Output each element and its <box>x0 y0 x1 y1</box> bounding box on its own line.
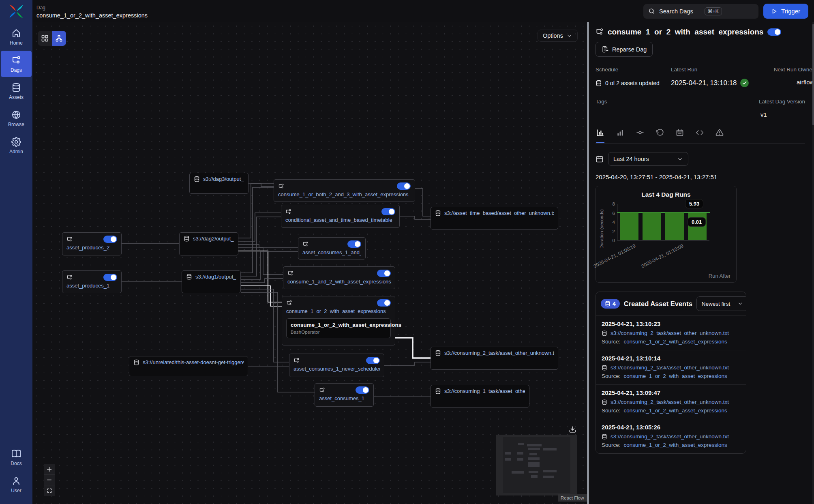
dag-node-never-scheduled[interactable]: asset_consumes_1_never_scheduled <box>289 354 384 377</box>
graph-edge <box>238 244 298 248</box>
graph-edge <box>400 216 431 219</box>
minimap-node <box>529 471 539 473</box>
breadcrumb[interactable]: Dag <box>36 5 148 11</box>
dag-version-value[interactable]: v1 <box>759 111 805 118</box>
latest-run-value[interactable]: 2025-04-21, 13:10:18 <box>671 79 759 87</box>
event-source-label: Source: <box>602 442 621 448</box>
asset-node-asset-time-based[interactable]: s3://asset_time_based/asset_other_unknow… <box>431 207 558 229</box>
event-source-link[interactable]: consume_1_or_2_with_asset_expressions <box>624 407 727 414</box>
dag-toggle[interactable] <box>347 240 361 248</box>
event-source-link[interactable]: consume_1_or_2_with_asset_expressions <box>624 373 727 379</box>
asset-node-unrelated-asset[interactable]: s3://unrelated/this-asset-doesnt-get-tri… <box>129 356 248 376</box>
events-sort-select[interactable]: Newest first <box>696 296 746 311</box>
reactflow-attribution[interactable]: React Flow <box>558 494 587 502</box>
dag-node-consume-1-and-2[interactable]: consume_1_and_2_with_asset_expressions <box>283 266 395 289</box>
tab-overview[interactable] <box>596 129 604 143</box>
event-source-link[interactable]: consume_1_or_2_with_asset_expressions <box>624 442 727 448</box>
tab-tasks[interactable] <box>636 129 644 143</box>
dag-toggle[interactable] <box>381 208 395 215</box>
dag-node-asset-produces-2[interactable]: asset_produces_2 <box>62 232 122 255</box>
dag-node-asset-produces-1[interactable]: asset_produces_1 <box>62 270 122 293</box>
minimap-viewport <box>503 437 570 493</box>
dag-toggle[interactable] <box>377 299 391 307</box>
event-asset-link[interactable]: s3://consuming_2_task/asset_other_unknow… <box>610 433 729 440</box>
asset-node-dag3-output[interactable]: s3://dag3/output_3.txt <box>189 173 248 194</box>
dag-enabled-toggle[interactable] <box>767 28 781 36</box>
asset-node-dag1-output[interactable]: s3://dag1/output_1.txt <box>182 270 241 293</box>
tab-backfills[interactable] <box>656 129 664 143</box>
zoom-in-button[interactable] <box>44 464 55 475</box>
chart-bar[interactable] <box>688 213 707 240</box>
minimap-node <box>528 457 540 460</box>
fit-view-button[interactable] <box>44 485 55 496</box>
task-node[interactable]: consume_1_or_2_with_asset_expressions Ba… <box>286 318 391 338</box>
dag-toggle[interactable] <box>366 357 380 364</box>
sidebar-item-home[interactable]: Home <box>1 24 32 50</box>
chart-plot[interactable]: 864205.930.01 <box>617 204 709 240</box>
sidebar-item-admin[interactable]: Admin <box>1 132 32 159</box>
dag-details-panel: consume_1_or_2_with_asset_expressions Re… <box>589 22 812 504</box>
search-icon <box>648 8 655 15</box>
search-input[interactable]: Search Dags ⌘+K <box>643 4 758 19</box>
chart-bar[interactable] <box>665 212 684 240</box>
minimap-node <box>543 470 557 472</box>
tab-warnings[interactable] <box>715 129 724 143</box>
event-source-link[interactable]: consume_1_or_2_with_asset_expressions <box>624 339 727 345</box>
dag-node-asset-consumes-1[interactable]: asset_consumes_1 <box>315 383 374 407</box>
database-icon <box>11 83 21 92</box>
dag-node-consume-1-or-2[interactable]: consume_1_or_2_with_asset_expressions co… <box>282 296 395 345</box>
asset-node-consuming-2-task[interactable]: s3://consuming_2_task/asset_other_unknow… <box>431 347 558 370</box>
tab-code[interactable] <box>696 129 704 143</box>
options-button[interactable]: Options <box>538 30 578 42</box>
calendar-icon <box>596 155 604 163</box>
dag-node-conditional-timetable[interactable]: conditional_asset_and_time_based_timetab… <box>281 205 400 228</box>
reparse-dag-button[interactable]: Reparse Dag <box>596 42 653 57</box>
event-asset-link[interactable]: s3://consuming_2_task/asset_other_unknow… <box>610 399 729 405</box>
dag-summary-fields: Schedule Latest Run Next Run Owner 0 of … <box>596 66 805 87</box>
graph-view-button[interactable] <box>52 31 66 46</box>
dag-toggle[interactable] <box>103 274 117 281</box>
graph-edge <box>241 286 282 306</box>
dag-graph-canvas[interactable]: s3://dag3/output_3.txt consume_1_or_both… <box>32 22 587 504</box>
event-asset-link[interactable]: s3://consuming_2_task/asset_other_unknow… <box>610 365 729 371</box>
schedule-value[interactable]: 0 of 2 assets updated <box>596 79 671 87</box>
chart-column-icon <box>596 129 604 137</box>
event-asset-link[interactable]: s3://consuming_2_task/asset_other_unknow… <box>610 330 729 336</box>
minimap[interactable] <box>496 435 577 495</box>
tab-runs[interactable] <box>616 129 624 143</box>
tags-label: Tags <box>596 99 607 118</box>
sidebar-item-user[interactable]: User <box>1 471 32 498</box>
trigger-button[interactable]: Trigger <box>763 4 808 19</box>
sidebar-item-docs[interactable]: Docs <box>1 444 32 470</box>
branch-icon <box>285 209 291 215</box>
chart-ylabel: Duration (seconds) <box>599 204 604 249</box>
asset-node-consuming-1-task[interactable]: s3://consuming_1_task/asset_other.txt <box>431 385 529 407</box>
schedule-label: Schedule <box>596 66 671 73</box>
airflow-logo[interactable] <box>0 0 32 23</box>
asset-events-count-badge: 4 <box>601 299 620 309</box>
panel-resize-handle[interactable] <box>587 22 589 504</box>
dag-toggle[interactable] <box>103 236 117 243</box>
dag-toggle[interactable] <box>356 386 369 394</box>
sidebar-item-browse[interactable]: Browse <box>1 105 32 131</box>
chart-ytick: 8 <box>607 202 615 206</box>
dag-node-asset-consumes-1-and-2[interactable]: asset_consumes_1_and_2 <box>298 237 366 260</box>
zoom-out-button[interactable] <box>44 475 55 485</box>
sidebar-item-assets[interactable]: Assets <box>1 78 32 104</box>
panel-scrollbar-thumb[interactable] <box>812 24 814 125</box>
dag-node-consume-1-or-both[interactable]: consume_1_or_both_2_and_3_with_asset_exp… <box>274 179 415 202</box>
success-check-icon <box>740 79 749 87</box>
sidebar-item-dags[interactable]: Dags <box>1 51 32 77</box>
time-range-select[interactable]: Last 24 hours <box>608 152 688 166</box>
chart-bar[interactable] <box>643 212 661 240</box>
chart-bar[interactable] <box>620 212 638 240</box>
tab-events[interactable] <box>676 129 684 143</box>
download-button[interactable] <box>569 426 576 435</box>
dag-toggle[interactable] <box>397 182 411 190</box>
grid-view-button[interactable] <box>38 31 52 46</box>
branch-icon <box>302 241 308 247</box>
next-run-value <box>759 79 797 87</box>
sidebar-nav: HomeDagsAssetsBrowseAdmin <box>0 23 32 159</box>
dag-toggle[interactable] <box>377 270 391 277</box>
asset-node-dag2-output[interactable]: s3://dag2/output_1.txt <box>179 232 238 255</box>
